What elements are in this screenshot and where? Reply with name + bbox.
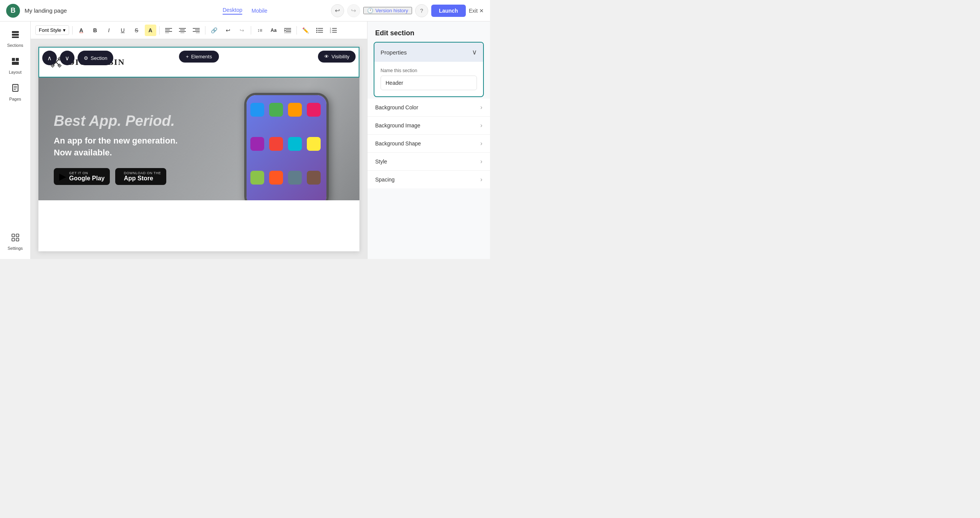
section-up-button[interactable]: ∧: [42, 51, 57, 65]
exit-label: Exit: [469, 8, 478, 14]
font-style-dropdown[interactable]: Font Style ▾: [35, 25, 69, 35]
background-color-row[interactable]: Background Color ›: [368, 99, 490, 117]
redo-button[interactable]: ↪: [347, 4, 360, 17]
editor-canvas: ∧ ∨ ⚙ Section + Elements: [31, 39, 367, 259]
app-icon-3: [288, 103, 302, 117]
store-buttons: ▶ GET IT ON Google Play Download: [54, 168, 192, 185]
spacing-row[interactable]: Spacing ›: [368, 171, 490, 188]
highlight-button[interactable]: A: [145, 25, 156, 36]
nav-actions: ↩ ↪ 🕐 Version history ? Launch Exit ✕: [331, 4, 484, 17]
help-icon: ?: [420, 8, 423, 14]
background-image-chevron: ›: [480, 122, 482, 129]
app-icon-6: [269, 137, 283, 151]
section-name-input[interactable]: [381, 76, 477, 90]
properties-header[interactable]: Properties ∨: [374, 43, 483, 62]
hero-title: Best App. Period.: [54, 113, 192, 129]
elements-plus-icon: +: [186, 54, 189, 59]
google-play-button[interactable]: ▶ GET IT ON Google Play: [54, 168, 110, 185]
version-history-button[interactable]: 🕐 Version history: [363, 7, 412, 14]
elements-button[interactable]: + Elements: [179, 51, 219, 63]
main-layout: Sections Layout Pages: [0, 21, 490, 259]
align-center-button[interactable]: [177, 25, 188, 36]
svg-rect-5: [12, 62, 19, 65]
google-play-text: GET IT ON Google Play: [69, 171, 104, 182]
font-style-label: Font Style: [39, 27, 61, 33]
nav-desktop[interactable]: Desktop: [223, 7, 242, 15]
help-button[interactable]: ?: [415, 4, 428, 17]
background-shape-row[interactable]: Background Shape ›: [368, 135, 490, 153]
underline-button[interactable]: U: [117, 25, 129, 36]
app-store-button[interactable]: Download on the App Store: [115, 168, 166, 185]
text-color-button[interactable]: A: [76, 25, 87, 36]
version-history-label: Version history: [376, 8, 408, 13]
italic-button[interactable]: I: [103, 25, 115, 36]
up-icon: ∧: [47, 54, 52, 62]
app-icon-10: [269, 171, 283, 185]
svg-point-32: [316, 30, 317, 31]
strikethrough-button[interactable]: S: [131, 25, 142, 36]
app-icon-5: [250, 137, 264, 151]
style-chevron: ›: [480, 158, 482, 165]
toolbar-separator-2: [159, 26, 160, 35]
panel-title: Edit section: [368, 21, 490, 42]
toolbar: Font Style ▾ A B I U S A 🔗 ↩ ↪: [31, 21, 367, 39]
elements-label: Elements: [191, 54, 212, 59]
app-icon-11: [288, 171, 302, 185]
toolbar-undo-button[interactable]: ↩: [222, 25, 234, 36]
indent-button[interactable]: [282, 25, 293, 36]
hero-subtitle: An app for the new generation. Now avail…: [54, 135, 192, 159]
svg-point-30: [316, 28, 317, 29]
right-panel: Edit section Properties ∨ Name this sect…: [367, 21, 490, 259]
sidebar-item-settings[interactable]: Settings: [2, 229, 29, 254]
font-size-button[interactable]: Aa: [268, 25, 280, 36]
app-icon-8: [307, 137, 321, 151]
visibility-eye-icon: 👁: [324, 54, 329, 59]
link-button[interactable]: 🔗: [209, 25, 220, 36]
line-height-button[interactable]: ↕≡: [254, 25, 266, 36]
undo-button[interactable]: ↩: [331, 4, 344, 17]
panel-rows: Background Color › Background Image › Ba…: [368, 99, 490, 188]
ordered-list-button[interactable]: 1.2.3.: [328, 25, 339, 36]
exit-button[interactable]: Exit ✕: [469, 8, 484, 14]
background-image-row[interactable]: Background Image ›: [368, 117, 490, 135]
sidebar-item-sections[interactable]: Sections: [2, 26, 29, 51]
svg-point-34: [316, 31, 317, 33]
section-down-button[interactable]: ∨: [60, 51, 74, 65]
toolbar-separator-1: [72, 26, 73, 35]
properties-title: Properties: [381, 49, 407, 56]
app-icon-1: [250, 103, 264, 117]
section-settings-button[interactable]: ⚙ Section: [78, 51, 113, 65]
background-image-label: Background Image: [375, 122, 420, 129]
background-color-label: Background Color: [375, 104, 418, 111]
top-nav: B My landing page Desktop Mobile ↩ ↪ 🕐 V…: [0, 0, 490, 21]
settings-icon: [11, 233, 20, 244]
sidebar-item-layout[interactable]: Layout: [2, 53, 29, 78]
color-dropper-button[interactable]: ✏️: [300, 25, 311, 36]
toolbar-redo-button[interactable]: ↪: [236, 25, 248, 36]
app-icon-12: [307, 171, 321, 185]
toolbar-separator-4: [251, 26, 251, 35]
nav-mobile[interactable]: Mobile: [252, 8, 267, 14]
sidebar-item-pages[interactable]: Pages: [2, 80, 29, 105]
align-right-button[interactable]: [190, 25, 202, 36]
header-section[interactable]: ∧ ∨ ⚙ Section + Elements: [38, 47, 359, 78]
bold-button[interactable]: B: [89, 25, 101, 36]
phone-screen: [247, 95, 326, 200]
align-left-button[interactable]: [163, 25, 174, 36]
sidebar-sections-label: Sections: [7, 43, 23, 48]
svg-rect-4: [16, 58, 19, 61]
redo-icon: ↪: [351, 7, 356, 14]
style-row[interactable]: Style ›: [368, 153, 490, 171]
launch-button[interactable]: Launch: [431, 5, 466, 17]
app-icon-9: [250, 171, 264, 185]
sidebar-pages-label: Pages: [9, 97, 21, 101]
visibility-button[interactable]: 👁 Visibility: [318, 51, 356, 63]
unordered-list-button[interactable]: [314, 25, 325, 36]
page-title: My landing page: [25, 7, 326, 14]
undo-icon: ↩: [335, 7, 340, 14]
properties-section: Properties ∨ Name this section: [374, 42, 484, 97]
hero-section: Best App. Period. An app for the new gen…: [38, 78, 359, 200]
svg-text:3.: 3.: [330, 31, 331, 33]
google-play-small: GET IT ON: [69, 171, 104, 175]
app-icon-2: [269, 103, 283, 117]
